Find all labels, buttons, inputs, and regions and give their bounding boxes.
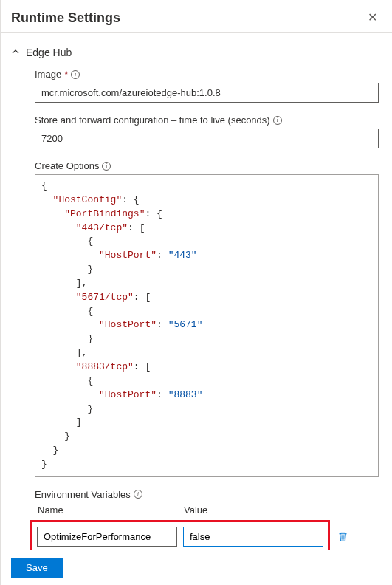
env-name-input[interactable] [37,527,177,547]
image-label-row: Image * i [35,69,379,80]
image-input[interactable] [35,83,379,103]
chevron-up-icon [11,47,20,58]
field-image: Image * i [35,69,379,103]
panel-footer: Save [1,550,392,585]
image-label: Image [35,69,61,80]
env-col-value-header: Value [184,504,379,516]
highlight-annotation [30,520,330,550]
env-vars-label-row: Environment Variables i [35,489,379,500]
close-button[interactable]: ✕ [365,9,380,27]
env-col-name-header: Name [38,504,184,516]
required-marker: * [64,69,68,80]
section-toggle-edgehub[interactable]: Edge Hub [11,47,382,58]
ttl-label: Store and forward configuration – time t… [35,114,270,126]
info-icon[interactable]: i [102,162,111,171]
ttl-label-row: Store and forward configuration – time t… [35,114,379,126]
field-create-options: Create Options i { "HostConfig": { "Port… [35,160,379,477]
section-title: Edge Hub [26,47,72,58]
env-vars-header-row: Name Value [35,504,379,516]
env-vars-table: Name Value [35,504,379,550]
content-scroll-area[interactable]: Edge Hub Image * i Store and forward con… [1,33,392,550]
save-button[interactable]: Save [11,558,63,578]
section-body: Image * i Store and forward configuratio… [11,69,382,550]
info-icon[interactable]: i [71,70,80,79]
panel-title: Runtime Settings [11,10,120,26]
create-options-label: Create Options [35,160,99,171]
env-vars-label: Environment Variables [35,489,131,500]
panel-header: Runtime Settings ✕ [1,0,392,33]
ttl-input[interactable] [35,129,379,148]
field-env-vars: Environment Variables i Name Value [35,489,379,550]
env-var-row [35,520,379,550]
runtime-settings-panel: Runtime Settings ✕ Edge Hub Image * i [0,0,392,585]
create-options-editor[interactable]: { "HostConfig": { "PortBindings": { "443… [35,174,379,477]
info-icon[interactable]: i [273,116,282,125]
field-ttl: Store and forward configuration – time t… [35,114,379,148]
create-options-label-row: Create Options i [35,160,379,171]
delete-env-var-button[interactable] [336,530,350,544]
trash-icon [337,531,348,542]
env-value-input[interactable] [183,527,323,547]
info-icon[interactable]: i [134,490,142,499]
close-icon: ✕ [368,11,377,24]
